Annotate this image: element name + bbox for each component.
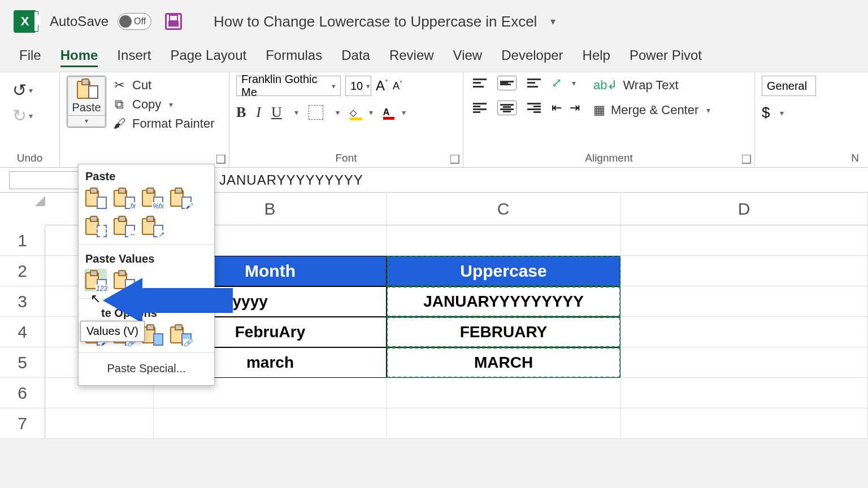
autosave-toggle[interactable]: Off: [118, 13, 151, 30]
paste-keep-source-format-icon[interactable]: 🖌: [169, 186, 192, 209]
cell-C4[interactable]: FEBRUARY: [387, 317, 620, 347]
group-number-label-trunc: N: [762, 150, 861, 166]
save-icon[interactable]: [165, 13, 182, 30]
align-top-button[interactable]: [470, 76, 489, 90]
redo-button[interactable]: ↻▾: [12, 106, 33, 125]
format-painter-button[interactable]: 🖌Format Painter: [112, 116, 215, 131]
number-format-select[interactable]: General: [762, 76, 816, 96]
formula-bar-value[interactable]: JANUARYYYYYYYYY: [219, 172, 363, 188]
col-header-d[interactable]: D: [620, 193, 868, 225]
paste-icon: [76, 77, 97, 100]
row-header-7[interactable]: 7: [0, 408, 45, 439]
tab-file[interactable]: File: [19, 47, 41, 67]
italic-button[interactable]: I: [256, 104, 261, 121]
select-all-triangle[interactable]: [32, 193, 45, 206]
copy-icon: ⧉: [112, 97, 127, 112]
paste-dropdown-icon[interactable]: ▾: [68, 115, 105, 125]
document-title: How to Change Lowercase to Uppercase in …: [214, 13, 537, 30]
paste-keep-col-width-icon[interactable]: ↔: [112, 215, 135, 237]
increase-font-icon[interactable]: A˄: [376, 78, 388, 94]
paste-formulas-number-icon[interactable]: %fx: [141, 186, 163, 209]
borders-button[interactable]: [309, 105, 323, 120]
paste-values-section-header: Paste Values: [79, 247, 214, 269]
cut-button[interactable]: ✂Cut: [112, 78, 215, 93]
ribbon-tabs: File Home Insert Page Layout Formulas Da…: [0, 40, 868, 72]
align-right-button[interactable]: [524, 101, 544, 115]
bold-button[interactable]: B: [236, 104, 246, 121]
clipboard-launcher-icon[interactable]: [216, 155, 225, 164]
autosave-label: AutoSave: [50, 14, 108, 29]
font-launcher-icon[interactable]: [450, 155, 459, 164]
fill-color-button[interactable]: ◇: [350, 107, 357, 118]
tab-insert[interactable]: Insert: [117, 47, 151, 67]
row-header-4[interactable]: 4: [0, 317, 45, 347]
row-header-3[interactable]: 3: [0, 286, 45, 317]
ribbon: ↺▾ ↻▾ Undo Paste ▾ ✂Cut ⧉Copy▾ 🖌Format P…: [0, 72, 868, 168]
paste-linked-picture-icon[interactable]: 🔗: [169, 323, 192, 346]
font-name-select[interactable]: Franklin Gothic Me▾: [236, 76, 341, 96]
underline-button[interactable]: U: [271, 104, 282, 121]
tab-help[interactable]: Help: [583, 47, 610, 67]
align-bottom-button[interactable]: [524, 76, 544, 90]
increase-indent-button[interactable]: ⇥: [570, 101, 580, 115]
cell-C5[interactable]: MARCH: [387, 347, 620, 378]
paste-formulas-icon[interactable]: fx: [112, 186, 135, 209]
annotation-arrow: [103, 278, 233, 323]
scissors-icon: ✂: [112, 78, 127, 93]
paste-dropdown-menu: Paste fx %fx 🖌 ↔ ↗ Paste Values 123 % te…: [78, 164, 215, 386]
tab-developer[interactable]: Developer: [501, 47, 563, 67]
paste-no-borders-icon[interactable]: [84, 215, 107, 237]
group-alignment-label: Alignment: [470, 150, 748, 166]
tab-home[interactable]: Home: [60, 47, 98, 67]
copy-button[interactable]: ⧉Copy▾: [112, 97, 215, 112]
merge-center-button[interactable]: ▦Merge & Center▾: [593, 103, 710, 117]
paste-button[interactable]: Paste ▾: [67, 76, 106, 128]
paste-section-header: Paste: [79, 164, 214, 186]
align-center-button[interactable]: [497, 101, 517, 115]
excel-logo: X: [14, 10, 36, 33]
name-box[interactable]: [9, 171, 86, 189]
tab-review[interactable]: Review: [389, 47, 434, 67]
title-dropdown-icon[interactable]: ▾: [550, 15, 555, 28]
decrease-font-icon[interactable]: A˅: [393, 80, 402, 92]
orientation-button[interactable]: ⤢: [552, 76, 562, 90]
tab-page-layout[interactable]: Page Layout: [170, 47, 246, 67]
paintbrush-icon: 🖌: [112, 116, 127, 131]
paste-transpose-icon[interactable]: ↗: [141, 215, 163, 237]
row-header-1[interactable]: 1: [0, 225, 45, 256]
align-left-button[interactable]: [470, 101, 489, 115]
font-size-select[interactable]: 10▾: [345, 76, 371, 96]
paste-special-item[interactable]: Paste Special...: [79, 355, 214, 383]
decrease-indent-button[interactable]: ⇤: [552, 101, 562, 115]
tab-formulas[interactable]: Formulas: [266, 47, 322, 67]
currency-button[interactable]: $: [762, 104, 770, 121]
undo-button[interactable]: ↺▾: [12, 80, 33, 100]
tab-view[interactable]: View: [453, 47, 483, 67]
cell-C3[interactable]: JANUARYYYYYYYYY: [387, 286, 620, 317]
group-undo-label: Undo: [7, 150, 53, 166]
row-header-5[interactable]: 5: [0, 347, 45, 378]
align-middle-button[interactable]: [497, 76, 517, 90]
row-header-2[interactable]: 2: [0, 256, 45, 286]
wrap-text-button[interactable]: ab↲Wrap Text: [593, 78, 710, 93]
row-header-6[interactable]: 6: [0, 378, 45, 408]
tab-power-pivot[interactable]: Power Pivot: [630, 47, 702, 67]
col-header-c[interactable]: C: [387, 193, 620, 225]
paste-all-icon[interactable]: [84, 186, 107, 209]
tab-data[interactable]: Data: [341, 47, 370, 67]
alignment-launcher-icon[interactable]: [742, 155, 751, 164]
cell-C2[interactable]: Uppercase: [387, 256, 620, 286]
font-color-button[interactable]: A: [383, 107, 390, 117]
merge-icon: ▦: [593, 103, 605, 117]
group-font-label: Font: [236, 150, 456, 166]
paste-values-tooltip: Values (V): [80, 321, 145, 342]
wrap-text-icon: ab↲: [593, 78, 617, 93]
